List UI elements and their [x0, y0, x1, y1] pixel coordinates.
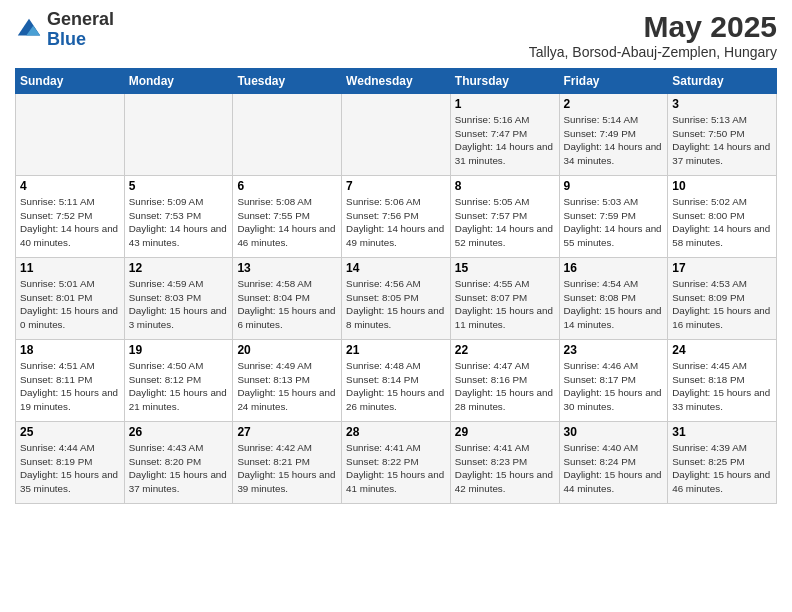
column-header-monday: Monday: [124, 69, 233, 94]
title-block: May 2025 Tallya, Borsod-Abauj-Zemplen, H…: [529, 10, 777, 60]
calendar-cell: 4Sunrise: 5:11 AMSunset: 7:52 PMDaylight…: [16, 176, 125, 258]
calendar-cell: 9Sunrise: 5:03 AMSunset: 7:59 PMDaylight…: [559, 176, 668, 258]
day-info: Sunrise: 5:05 AMSunset: 7:57 PMDaylight:…: [455, 195, 555, 250]
calendar-cell: [233, 94, 342, 176]
calendar-cell: 28Sunrise: 4:41 AMSunset: 8:22 PMDayligh…: [342, 422, 451, 504]
day-number: 5: [129, 179, 229, 193]
calendar-cell: 22Sunrise: 4:47 AMSunset: 8:16 PMDayligh…: [450, 340, 559, 422]
calendar-cell: 16Sunrise: 4:54 AMSunset: 8:08 PMDayligh…: [559, 258, 668, 340]
column-header-tuesday: Tuesday: [233, 69, 342, 94]
calendar-cell: 19Sunrise: 4:50 AMSunset: 8:12 PMDayligh…: [124, 340, 233, 422]
week-row-4: 18Sunrise: 4:51 AMSunset: 8:11 PMDayligh…: [16, 340, 777, 422]
day-number: 12: [129, 261, 229, 275]
calendar-cell: 24Sunrise: 4:45 AMSunset: 8:18 PMDayligh…: [668, 340, 777, 422]
day-number: 6: [237, 179, 337, 193]
calendar-cell: 23Sunrise: 4:46 AMSunset: 8:17 PMDayligh…: [559, 340, 668, 422]
day-number: 25: [20, 425, 120, 439]
day-info: Sunrise: 5:16 AMSunset: 7:47 PMDaylight:…: [455, 113, 555, 168]
day-info: Sunrise: 4:40 AMSunset: 8:24 PMDaylight:…: [564, 441, 664, 496]
day-info: Sunrise: 4:54 AMSunset: 8:08 PMDaylight:…: [564, 277, 664, 332]
day-info: Sunrise: 4:41 AMSunset: 8:23 PMDaylight:…: [455, 441, 555, 496]
calendar-cell: 26Sunrise: 4:43 AMSunset: 8:20 PMDayligh…: [124, 422, 233, 504]
day-number: 10: [672, 179, 772, 193]
day-number: 31: [672, 425, 772, 439]
logo-general: General: [47, 9, 114, 29]
calendar-cell: 21Sunrise: 4:48 AMSunset: 8:14 PMDayligh…: [342, 340, 451, 422]
day-info: Sunrise: 4:56 AMSunset: 8:05 PMDaylight:…: [346, 277, 446, 332]
calendar-table: SundayMondayTuesdayWednesdayThursdayFrid…: [15, 68, 777, 504]
calendar-cell: 8Sunrise: 5:05 AMSunset: 7:57 PMDaylight…: [450, 176, 559, 258]
day-info: Sunrise: 5:08 AMSunset: 7:55 PMDaylight:…: [237, 195, 337, 250]
day-info: Sunrise: 4:53 AMSunset: 8:09 PMDaylight:…: [672, 277, 772, 332]
logo-text: General Blue: [47, 10, 114, 50]
calendar-cell: 14Sunrise: 4:56 AMSunset: 8:05 PMDayligh…: [342, 258, 451, 340]
calendar-cell: 29Sunrise: 4:41 AMSunset: 8:23 PMDayligh…: [450, 422, 559, 504]
column-header-thursday: Thursday: [450, 69, 559, 94]
week-row-1: 1Sunrise: 5:16 AMSunset: 7:47 PMDaylight…: [16, 94, 777, 176]
day-number: 27: [237, 425, 337, 439]
subtitle: Tallya, Borsod-Abauj-Zemplen, Hungary: [529, 44, 777, 60]
calendar-cell: 31Sunrise: 4:39 AMSunset: 8:25 PMDayligh…: [668, 422, 777, 504]
day-number: 7: [346, 179, 446, 193]
day-info: Sunrise: 4:42 AMSunset: 8:21 PMDaylight:…: [237, 441, 337, 496]
calendar-cell: 5Sunrise: 5:09 AMSunset: 7:53 PMDaylight…: [124, 176, 233, 258]
day-number: 30: [564, 425, 664, 439]
column-header-saturday: Saturday: [668, 69, 777, 94]
calendar-cell: 12Sunrise: 4:59 AMSunset: 8:03 PMDayligh…: [124, 258, 233, 340]
calendar-cell: 2Sunrise: 5:14 AMSunset: 7:49 PMDaylight…: [559, 94, 668, 176]
day-number: 1: [455, 97, 555, 111]
column-header-wednesday: Wednesday: [342, 69, 451, 94]
day-info: Sunrise: 4:43 AMSunset: 8:20 PMDaylight:…: [129, 441, 229, 496]
logo: General Blue: [15, 10, 114, 50]
calendar-cell: 27Sunrise: 4:42 AMSunset: 8:21 PMDayligh…: [233, 422, 342, 504]
day-info: Sunrise: 4:59 AMSunset: 8:03 PMDaylight:…: [129, 277, 229, 332]
day-number: 16: [564, 261, 664, 275]
day-number: 2: [564, 97, 664, 111]
day-number: 14: [346, 261, 446, 275]
day-info: Sunrise: 4:48 AMSunset: 8:14 PMDaylight:…: [346, 359, 446, 414]
calendar-cell: 7Sunrise: 5:06 AMSunset: 7:56 PMDaylight…: [342, 176, 451, 258]
day-info: Sunrise: 5:09 AMSunset: 7:53 PMDaylight:…: [129, 195, 229, 250]
day-info: Sunrise: 5:03 AMSunset: 7:59 PMDaylight:…: [564, 195, 664, 250]
calendar-cell: 15Sunrise: 4:55 AMSunset: 8:07 PMDayligh…: [450, 258, 559, 340]
day-info: Sunrise: 4:41 AMSunset: 8:22 PMDaylight:…: [346, 441, 446, 496]
calendar-cell: 25Sunrise: 4:44 AMSunset: 8:19 PMDayligh…: [16, 422, 125, 504]
header: General Blue May 2025 Tallya, Borsod-Aba…: [15, 10, 777, 60]
calendar-cell: 11Sunrise: 5:01 AMSunset: 8:01 PMDayligh…: [16, 258, 125, 340]
main-title: May 2025: [529, 10, 777, 44]
calendar-cell: 18Sunrise: 4:51 AMSunset: 8:11 PMDayligh…: [16, 340, 125, 422]
day-info: Sunrise: 4:47 AMSunset: 8:16 PMDaylight:…: [455, 359, 555, 414]
day-info: Sunrise: 4:49 AMSunset: 8:13 PMDaylight:…: [237, 359, 337, 414]
day-number: 23: [564, 343, 664, 357]
logo-blue: Blue: [47, 29, 86, 49]
day-info: Sunrise: 5:11 AMSunset: 7:52 PMDaylight:…: [20, 195, 120, 250]
day-number: 28: [346, 425, 446, 439]
day-info: Sunrise: 5:02 AMSunset: 8:00 PMDaylight:…: [672, 195, 772, 250]
day-number: 24: [672, 343, 772, 357]
day-info: Sunrise: 5:13 AMSunset: 7:50 PMDaylight:…: [672, 113, 772, 168]
column-header-friday: Friday: [559, 69, 668, 94]
day-number: 20: [237, 343, 337, 357]
calendar-cell: 1Sunrise: 5:16 AMSunset: 7:47 PMDaylight…: [450, 94, 559, 176]
day-number: 29: [455, 425, 555, 439]
day-info: Sunrise: 5:14 AMSunset: 7:49 PMDaylight:…: [564, 113, 664, 168]
calendar-cell: [16, 94, 125, 176]
day-info: Sunrise: 4:46 AMSunset: 8:17 PMDaylight:…: [564, 359, 664, 414]
week-row-5: 25Sunrise: 4:44 AMSunset: 8:19 PMDayligh…: [16, 422, 777, 504]
day-number: 13: [237, 261, 337, 275]
column-header-sunday: Sunday: [16, 69, 125, 94]
calendar-cell: [342, 94, 451, 176]
day-number: 4: [20, 179, 120, 193]
calendar-cell: 3Sunrise: 5:13 AMSunset: 7:50 PMDaylight…: [668, 94, 777, 176]
calendar-cell: 6Sunrise: 5:08 AMSunset: 7:55 PMDaylight…: [233, 176, 342, 258]
day-info: Sunrise: 5:06 AMSunset: 7:56 PMDaylight:…: [346, 195, 446, 250]
calendar-cell: 17Sunrise: 4:53 AMSunset: 8:09 PMDayligh…: [668, 258, 777, 340]
day-info: Sunrise: 4:58 AMSunset: 8:04 PMDaylight:…: [237, 277, 337, 332]
day-number: 8: [455, 179, 555, 193]
day-info: Sunrise: 4:50 AMSunset: 8:12 PMDaylight:…: [129, 359, 229, 414]
logo-icon: [15, 16, 43, 44]
calendar-cell: [124, 94, 233, 176]
day-number: 18: [20, 343, 120, 357]
calendar-cell: 13Sunrise: 4:58 AMSunset: 8:04 PMDayligh…: [233, 258, 342, 340]
day-number: 3: [672, 97, 772, 111]
